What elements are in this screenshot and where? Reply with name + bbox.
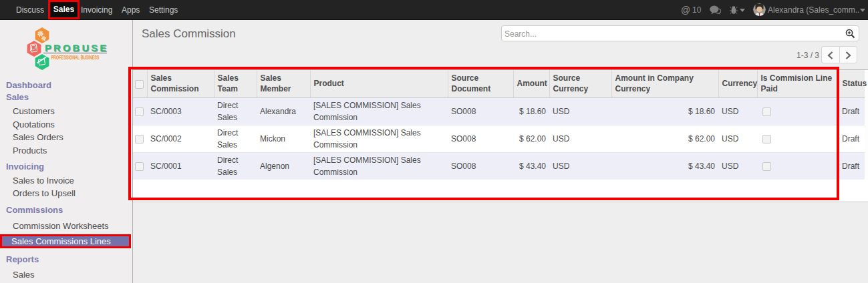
svg-text:PROBUSE: PROBUSE — [45, 43, 106, 53]
svg-text:PROFESSIONAL BUSINESS: PROFESSIONAL BUSINESS — [51, 54, 100, 61]
